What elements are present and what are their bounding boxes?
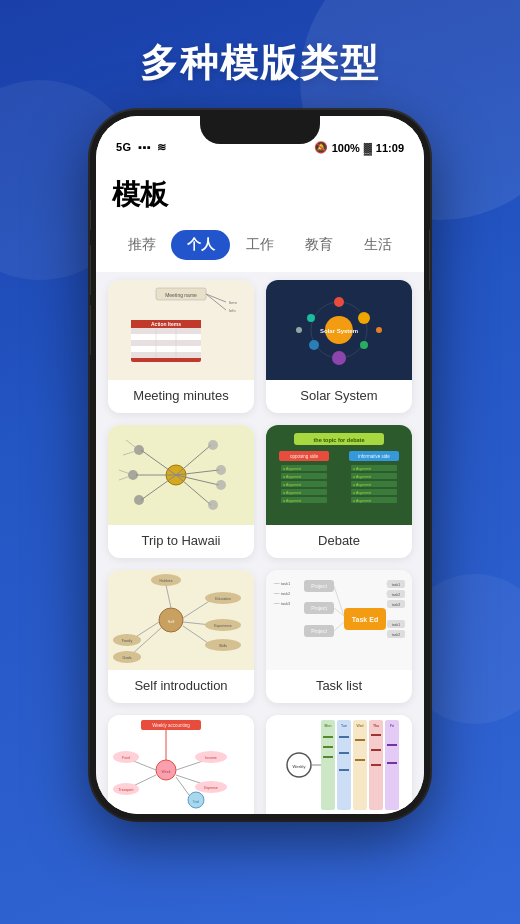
thumbnail-svg-solar: Solar System [266, 280, 412, 380]
svg-text:Weekly accounting: Weekly accounting [152, 723, 190, 728]
svg-text:opposing side: opposing side [290, 454, 318, 459]
svg-text:Solar System: Solar System [320, 328, 358, 334]
card-label-solar-system: Solar System [266, 380, 412, 413]
svg-text:● Argument: ● Argument [353, 491, 371, 495]
svg-line-75 [183, 600, 211, 618]
svg-rect-148 [385, 720, 399, 810]
status-right-area: 🔕 100% ▓ 11:09 [314, 141, 404, 154]
svg-line-2 [206, 294, 226, 302]
tab-personal[interactable]: 个人 [171, 230, 230, 260]
card-label-self-introduction: Self introduction [108, 670, 254, 703]
svg-text:the topic for debate: the topic for debate [313, 437, 364, 443]
svg-text:Thu: Thu [373, 724, 379, 728]
page-title-area: 模板 [96, 160, 424, 222]
card-label-task-list: Task list [266, 670, 412, 703]
svg-rect-10 [131, 334, 201, 340]
screen-content: 模板 推荐 个人 工作 教育 生活 [96, 160, 424, 814]
page-title: 模板 [112, 176, 408, 214]
svg-point-25 [376, 327, 382, 333]
thumbnail-solar-system: Solar System [266, 280, 412, 380]
time-text: 11:09 [376, 142, 404, 154]
svg-text:task1: task1 [392, 583, 400, 587]
svg-line-4 [206, 294, 226, 310]
template-card-solar-system[interactable]: Solar System [266, 280, 412, 413]
thumbnail-weekly-plan: Weekly Mon Tue Wed Thu [266, 715, 412, 814]
phone-frame: 5G ▪▪▪ ≋ 🔕 100% ▓ 11:09 模板 [90, 110, 430, 820]
svg-text:Project: Project [311, 628, 327, 634]
phone-mute-button [90, 200, 91, 230]
svg-text:Expense: Expense [204, 786, 218, 790]
svg-rect-140 [321, 720, 335, 810]
svg-line-30 [141, 475, 176, 500]
svg-text:Fri: Fri [390, 724, 394, 728]
status-carrier: 5G ▪▪▪ ≋ [116, 141, 167, 154]
svg-text:Wed: Wed [356, 724, 363, 728]
svg-line-77 [183, 626, 211, 645]
svg-point-21 [360, 341, 368, 349]
svg-text:Hobbies: Hobbies [160, 579, 173, 583]
svg-line-74 [166, 585, 171, 608]
thumbnail-svg-task: ── task1 ── task2 ── task3 Project Proje… [266, 570, 412, 670]
notch [200, 116, 320, 144]
phone-power-button [429, 230, 430, 290]
templates-grid: Meeting name Item Info Action Items [96, 272, 424, 814]
svg-rect-144 [353, 720, 367, 810]
svg-text:task2: task2 [392, 593, 400, 597]
svg-text:Transport: Transport [119, 788, 134, 792]
svg-text:● Argument: ● Argument [283, 475, 301, 479]
svg-text:task3: task3 [392, 603, 400, 607]
tab-bar: 推荐 个人 工作 教育 生活 [96, 222, 424, 272]
svg-text:informative side: informative side [358, 454, 390, 459]
svg-line-31 [176, 445, 211, 475]
svg-text:Family: Family [122, 639, 133, 643]
template-card-debate[interactable]: the topic for debate opposing side infor… [266, 425, 412, 558]
svg-point-40 [216, 480, 226, 490]
battery-text: 100% [332, 142, 360, 154]
svg-text:Info: Info [229, 308, 236, 313]
svg-text:Experience: Experience [214, 624, 232, 628]
thumbnail-trip-hawaii [108, 425, 254, 525]
template-card-trip-hawaii[interactable]: Trip to Hawaii [108, 425, 254, 558]
svg-text:Week: Week [162, 770, 171, 774]
background: 多种模版类型 5G ▪▪▪ ≋ 🔕 100% ▓ 11:09 [0, 0, 520, 924]
tab-education[interactable]: 教育 [290, 230, 349, 260]
svg-point-39 [216, 465, 226, 475]
svg-text:Meeting name: Meeting name [165, 292, 197, 298]
svg-line-137 [176, 777, 189, 795]
svg-text:Project: Project [311, 583, 327, 589]
svg-point-24 [307, 314, 315, 322]
template-card-self-introduction[interactable]: Self Hobbies [108, 570, 254, 703]
template-card-weekly-plan[interactable]: Weekly Mon Tue Wed Thu [266, 715, 412, 814]
svg-point-38 [208, 440, 218, 450]
card-label-meeting-minutes: Meeting minutes [108, 380, 254, 413]
svg-text:Education: Education [215, 597, 231, 601]
svg-point-37 [134, 495, 144, 505]
svg-rect-11 [131, 340, 201, 346]
battery-icon: ▓ [364, 142, 372, 154]
phone-volume-up-button [90, 245, 91, 295]
svg-text:Total: Total [193, 800, 200, 804]
svg-point-20 [358, 312, 370, 324]
svg-text:Project: Project [311, 605, 327, 611]
tab-recommend[interactable]: 推荐 [112, 230, 171, 260]
svg-text:Weekly: Weekly [292, 764, 305, 769]
svg-text:● Argument: ● Argument [283, 483, 301, 487]
thumbnail-debate: the topic for debate opposing side infor… [266, 425, 412, 525]
tab-life[interactable]: 生活 [349, 230, 408, 260]
svg-text:● Argument: ● Argument [353, 483, 371, 487]
template-card-task-list[interactable]: ── task1 ── task2 ── task3 Project Proje… [266, 570, 412, 703]
card-label-debate: Debate [266, 525, 412, 558]
template-card-meeting-minutes[interactable]: Meeting name Item Info Action Items [108, 280, 254, 413]
svg-point-26 [296, 327, 302, 333]
tab-work[interactable]: 工作 [230, 230, 289, 260]
svg-rect-12 [131, 346, 201, 352]
svg-rect-9 [131, 328, 201, 334]
template-card-weekly-accounting[interactable]: Weekly accounting Week [108, 715, 254, 814]
svg-rect-13 [131, 352, 201, 358]
thumbnail-self-introduction: Self Hobbies [108, 570, 254, 670]
svg-text:Tue: Tue [341, 724, 347, 728]
svg-text:Mon: Mon [325, 724, 332, 728]
phone-screen: 5G ▪▪▪ ≋ 🔕 100% ▓ 11:09 模板 [96, 116, 424, 814]
svg-text:Self: Self [168, 619, 176, 624]
svg-line-115 [334, 622, 344, 631]
